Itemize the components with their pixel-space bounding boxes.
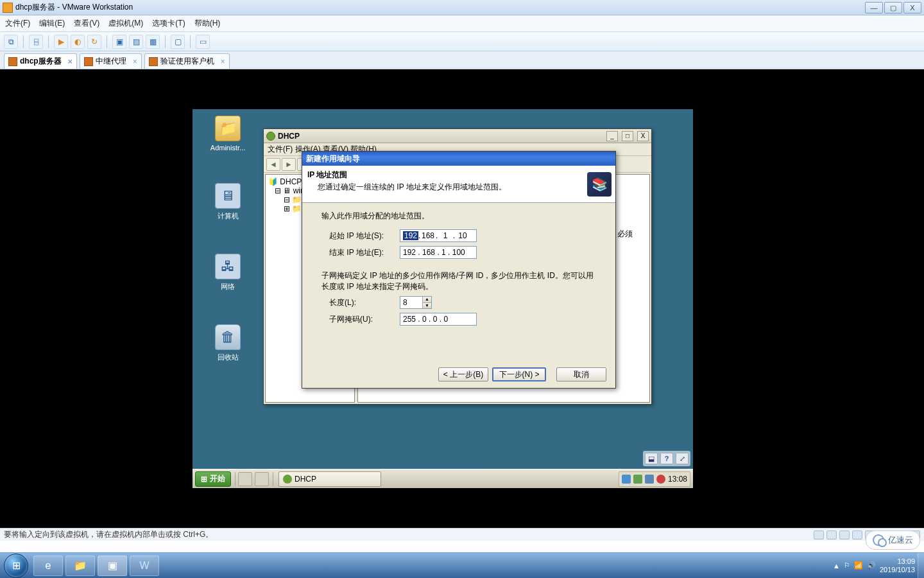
vm-icon [8, 57, 17, 66]
tab-label: dhcp服务器 [20, 56, 62, 67]
next-button[interactable]: 下一步(N) > [492, 367, 546, 381]
unity-button[interactable]: ▢ [171, 35, 185, 49]
mmc-close[interactable]: X [637, 131, 649, 141]
start-ip-input[interactable]: 192. 168. 1. 10 [400, 229, 477, 242]
start-button[interactable]: ⊞ 开始 [195, 471, 231, 487]
menu-help[interactable]: 帮助(H) [194, 18, 221, 29]
wizard-heading: IP 地址范围 [307, 170, 578, 180]
suspend-button[interactable]: ◐ [71, 35, 85, 49]
watermark-text: 亿速云 [888, 534, 913, 546]
help-icon[interactable]: ? [660, 453, 673, 464]
host-start-button[interactable]: ⊞ [4, 554, 28, 578]
desktop-icon-recycle-bin[interactable]: 🗑 回收站 [205, 324, 250, 362]
menu-view[interactable]: 查看(V) [74, 18, 99, 29]
status-text: 要将输入定向到该虚拟机，请在虚拟机内部单击或按 Ctrl+G。 [4, 529, 213, 540]
desktop-icon-administrator[interactable]: 📁 Administr... [205, 116, 250, 152]
tab-close-icon[interactable]: × [68, 57, 73, 66]
menu-file[interactable]: 文件(F) [5, 18, 30, 29]
system-tray[interactable]: 13:08 [619, 471, 690, 487]
tab-label: 验证使用客户机 [160, 56, 214, 67]
icon-label: 网络 [205, 282, 250, 292]
power-on-button[interactable]: ▶ [54, 35, 68, 49]
taskbar-word[interactable]: W [130, 556, 159, 576]
minimize-button[interactable]: — [865, 2, 883, 13]
mask-label: 子网掩码(U): [329, 314, 400, 325]
mmc-maximize[interactable]: □ [622, 131, 633, 141]
tray-volume-icon[interactable]: 🔊 [867, 561, 876, 570]
snapshot-mgr-button[interactable]: ▤ [129, 35, 143, 49]
maximize-button[interactable]: ▢ [884, 2, 902, 13]
tab-dhcp-server[interactable]: dhcp服务器 × [4, 53, 77, 69]
menu-edit[interactable]: 编辑(E) [39, 18, 65, 29]
revert-button[interactable]: ▦ [146, 35, 160, 49]
guest-clock[interactable]: 13:08 [668, 475, 687, 484]
subnet-description: 子网掩码定义 IP 地址的多少位用作网络/子网 ID，多少位用作主机 ID。您可… [321, 270, 596, 292]
mmc-title: DHCP [278, 132, 300, 141]
new-scope-wizard: 新建作用域向导 IP 地址范围 您通过确定一组连续的 IP 地址来定义作用域地址… [302, 151, 616, 389]
status-hdd-icon[interactable] [814, 530, 824, 539]
length-spinner[interactable]: ▲▼ [422, 297, 431, 308]
library-button[interactable]: ⌸ [29, 35, 43, 49]
menu-tabs[interactable]: 选项卡(T) [152, 18, 185, 29]
host-system-tray[interactable]: ▲ ⚐ 📶 🔊 13:09 2019/10/13 [833, 557, 918, 573]
windows-logo-icon: ⊞ [12, 559, 21, 572]
close-button[interactable]: X [903, 2, 921, 13]
icon-label: 回收站 [205, 353, 250, 362]
length-input[interactable]: 8 ▲▼ [400, 296, 432, 309]
pin-icon[interactable]: ⤢ [676, 453, 689, 464]
tab-relay-agent[interactable]: 中继代理 × [80, 53, 142, 69]
snapshot-button[interactable]: ▣ [112, 35, 126, 49]
quicklaunch-desktop[interactable] [238, 472, 252, 486]
wizard-subheading: 您通过确定一组连续的 IP 地址来定义作用域地址范围。 [318, 182, 578, 193]
subnet-mask-input[interactable]: 255 . 0 . 0 . 0 [400, 313, 477, 326]
guest-desktop[interactable]: 📁 Administr... 🖥 计算机 🖧 网络 🗑 回收站 DHCP _ □… [193, 109, 693, 488]
nav-forward-button[interactable]: ► [282, 158, 296, 171]
taskbar-item-dhcp[interactable]: DHCP [278, 471, 381, 487]
status-floppy-icon[interactable] [839, 530, 850, 539]
vm-display-area[interactable]: 📁 Administr... 🖥 计算机 🖧 网络 🗑 回收站 DHCP _ □… [0, 69, 924, 528]
tray-icon[interactable] [622, 475, 631, 484]
window-title: dhcp服务器 - VMware Workstation [15, 2, 864, 13]
host-clock[interactable]: 13:09 2019/10/13 [880, 557, 915, 573]
wizard-title: 新建作用域向导 [302, 152, 615, 166]
cancel-button[interactable]: 取消 [556, 367, 606, 381]
mmc-minimize[interactable]: _ [606, 131, 618, 141]
tray-security-icon[interactable] [656, 475, 665, 484]
vmware-status-bar: 要将输入定向到该虚拟机，请在虚拟机内部单击或按 Ctrl+G。 [0, 528, 924, 541]
nav-back-button[interactable]: ◄ [266, 158, 280, 171]
tab-client[interactable]: 验证使用客户机 × [144, 53, 230, 69]
taskbar-vmware[interactable]: ▣ [98, 556, 127, 576]
tray-wifi-icon[interactable]: 📶 [854, 561, 863, 570]
back-button[interactable]: < 上一步(B) [438, 367, 488, 381]
home-button[interactable]: ⧉ [4, 35, 18, 49]
tab-close-icon[interactable]: × [133, 57, 137, 66]
end-ip-label: 结束 IP 地址(E): [329, 247, 400, 258]
tray-action-icon[interactable]: ⚐ [844, 561, 850, 570]
tray-flag-icon[interactable]: ▲ [833, 562, 840, 570]
status-net-icon[interactable] [852, 530, 862, 539]
computer-icon: 🖥 [215, 183, 241, 209]
icon-label: Administr... [205, 144, 250, 152]
show-desktop-button[interactable] [918, 553, 924, 579]
menu-vm[interactable]: 虚拟机(M) [108, 18, 143, 29]
vmware-icon [3, 3, 13, 13]
desktop-icon-computer[interactable]: 🖥 计算机 [205, 183, 250, 221]
tab-close-icon[interactable]: × [221, 57, 225, 66]
fullscreen-button[interactable]: ▭ [196, 35, 210, 49]
windows-logo-icon: ⊞ [201, 475, 207, 484]
status-cd-icon[interactable] [826, 530, 837, 539]
icon-label: 计算机 [205, 211, 250, 221]
end-ip-input[interactable]: 192 . 168 . 1 . 100 [400, 246, 477, 259]
taskbar-explorer[interactable]: 📁 [65, 556, 95, 576]
reset-button[interactable]: ↻ [87, 35, 101, 49]
vm-icon [84, 57, 93, 66]
info-icon[interactable]: ⬓ [645, 453, 658, 464]
tray-network-icon[interactable] [645, 475, 654, 484]
tray-icon[interactable] [633, 475, 642, 484]
desktop-icon-network[interactable]: 🖧 网络 [205, 254, 250, 292]
quicklaunch-explorer[interactable] [255, 472, 269, 486]
network-icon: 🖧 [215, 254, 241, 279]
guest-taskbar: ⊞ 开始 DHCP 13:08 [193, 469, 693, 488]
menubar: 文件(F) 编辑(E) 查看(V) 虚拟机(M) 选项卡(T) 帮助(H) [0, 15, 924, 32]
taskbar-ie[interactable]: e [33, 556, 63, 576]
